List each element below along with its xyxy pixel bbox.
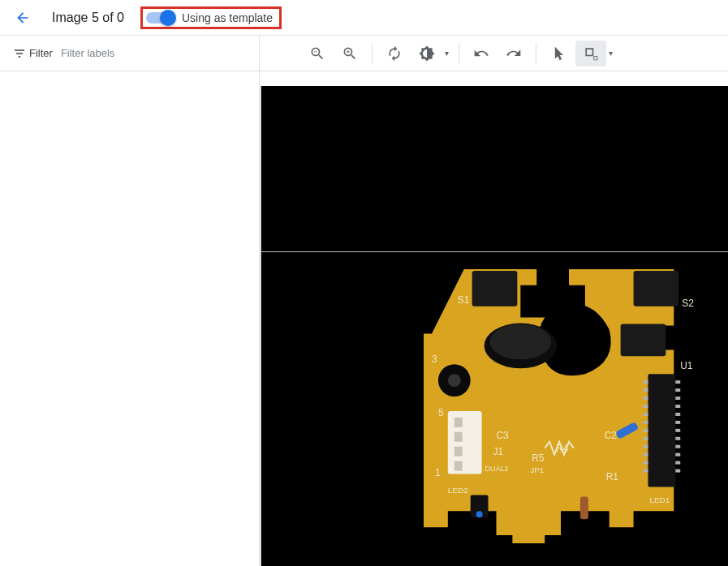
- svg-rect-40: [580, 496, 588, 519]
- svg-rect-1: [634, 271, 679, 307]
- horizontal-guide: [261, 251, 728, 252]
- filter-icon: [13, 47, 26, 60]
- svg-point-6: [448, 374, 461, 387]
- brightness-dropdown[interactable]: ▾: [441, 49, 452, 58]
- svg-rect-31: [675, 429, 680, 432]
- page-title: Image 5 of 0: [52, 11, 124, 25]
- svg-rect-15: [643, 397, 648, 400]
- zoom-out-icon: [309, 45, 325, 62]
- svg-rect-29: [675, 413, 680, 416]
- svg-rect-28: [675, 405, 680, 408]
- undo-icon: [473, 45, 489, 62]
- svg-rect-34: [675, 453, 680, 457]
- svg-rect-30: [675, 421, 680, 424]
- bounding-box-dropdown[interactable]: ▾: [605, 49, 616, 58]
- arrow-back-icon: [15, 10, 31, 26]
- svg-text:JP1: JP1: [530, 465, 545, 474]
- svg-rect-23: [643, 461, 648, 465]
- zoom-out-button[interactable]: [302, 41, 333, 66]
- sidebar: Filter: [0, 36, 260, 566]
- back-button[interactable]: [10, 5, 36, 31]
- svg-text:C3: C3: [497, 430, 510, 441]
- svg-text:DUAL2: DUAL2: [485, 465, 509, 473]
- bounding-box-button[interactable]: [575, 41, 606, 66]
- svg-rect-24: [643, 470, 648, 473]
- svg-rect-17: [643, 413, 648, 416]
- svg-text:S1: S1: [458, 294, 470, 306]
- image-viewport[interactable]: S1S2 3U1 5C3 J1DUAL2 R5R4 JP1 C2R1 LED2 …: [260, 71, 728, 566]
- svg-rect-26: [675, 388, 680, 392]
- svg-rect-18: [643, 421, 648, 424]
- pointer-button[interactable]: [543, 41, 574, 66]
- zoom-in-button[interactable]: [334, 41, 365, 66]
- svg-rect-32: [675, 437, 680, 440]
- redo-button[interactable]: [498, 41, 529, 66]
- svg-text:J1: J1: [493, 446, 504, 457]
- undo-button[interactable]: [466, 41, 497, 66]
- svg-rect-2: [621, 324, 666, 357]
- image-canvas[interactable]: S1S2 3U1 5C3 J1DUAL2 R5R4 JP1 C2R1 LED2 …: [261, 86, 728, 566]
- toolbar-separator: [372, 43, 373, 64]
- template-toggle-group: Using as template: [140, 6, 282, 29]
- header: Image 5 of 0 Using as template: [0, 0, 728, 36]
- svg-rect-21: [643, 445, 648, 448]
- template-toggle[interactable]: [146, 12, 174, 24]
- svg-rect-13: [643, 380, 648, 384]
- brightness-icon: [419, 45, 435, 62]
- vertical-guide: [261, 86, 261, 566]
- filter-row: Filter: [0, 36, 259, 71]
- template-toggle-label: Using as template: [182, 11, 273, 24]
- svg-text:R5: R5: [532, 452, 545, 464]
- bounding-box-icon: [583, 45, 599, 62]
- toolbar-separator: [459, 43, 459, 64]
- svg-rect-8: [454, 418, 463, 427]
- rotate-button[interactable]: [379, 41, 410, 66]
- svg-text:1: 1: [435, 467, 441, 478]
- svg-rect-11: [454, 461, 463, 471]
- svg-rect-10: [454, 447, 463, 457]
- svg-rect-20: [643, 437, 648, 440]
- svg-rect-22: [643, 453, 648, 457]
- toolbar-separator: [536, 43, 536, 64]
- redo-icon: [506, 45, 522, 62]
- brightness-button[interactable]: [411, 41, 442, 66]
- pcb-image: S1S2 3U1 5C3 J1DUAL2 R5R4 JP1 C2R1 LED2 …: [424, 261, 714, 551]
- svg-text:R1: R1: [606, 471, 619, 482]
- svg-point-39: [476, 511, 483, 517]
- rotate-icon: [386, 45, 403, 62]
- svg-rect-19: [643, 429, 648, 432]
- filter-button[interactable]: Filter: [13, 47, 53, 60]
- svg-rect-12: [648, 374, 675, 487]
- filter-label: Filter: [29, 47, 53, 59]
- svg-text:LED2: LED2: [448, 486, 468, 495]
- pointer-icon: [550, 45, 566, 62]
- svg-point-4: [490, 324, 552, 360]
- svg-rect-25: [675, 380, 680, 384]
- filter-input[interactable]: [61, 47, 246, 59]
- toggle-thumb: [160, 10, 176, 26]
- svg-rect-7: [448, 411, 482, 474]
- svg-text:U1: U1: [680, 360, 693, 371]
- svg-text:3: 3: [432, 354, 437, 365]
- toolbar: ▾ ▾: [260, 36, 728, 71]
- svg-text:LED1: LED1: [649, 495, 670, 504]
- svg-rect-0: [472, 271, 518, 307]
- svg-rect-35: [675, 461, 680, 465]
- svg-rect-33: [675, 445, 680, 448]
- zoom-in-icon: [342, 45, 358, 62]
- canvas-area: ▾ ▾: [260, 36, 728, 566]
- svg-rect-16: [643, 405, 648, 408]
- svg-rect-36: [675, 470, 680, 473]
- svg-rect-9: [454, 432, 463, 442]
- svg-rect-27: [675, 397, 680, 400]
- svg-text:C2: C2: [605, 430, 618, 441]
- body: Filter ▾: [0, 36, 728, 566]
- svg-rect-14: [643, 388, 648, 392]
- svg-text:5: 5: [438, 407, 444, 418]
- svg-text:S2: S2: [682, 298, 694, 309]
